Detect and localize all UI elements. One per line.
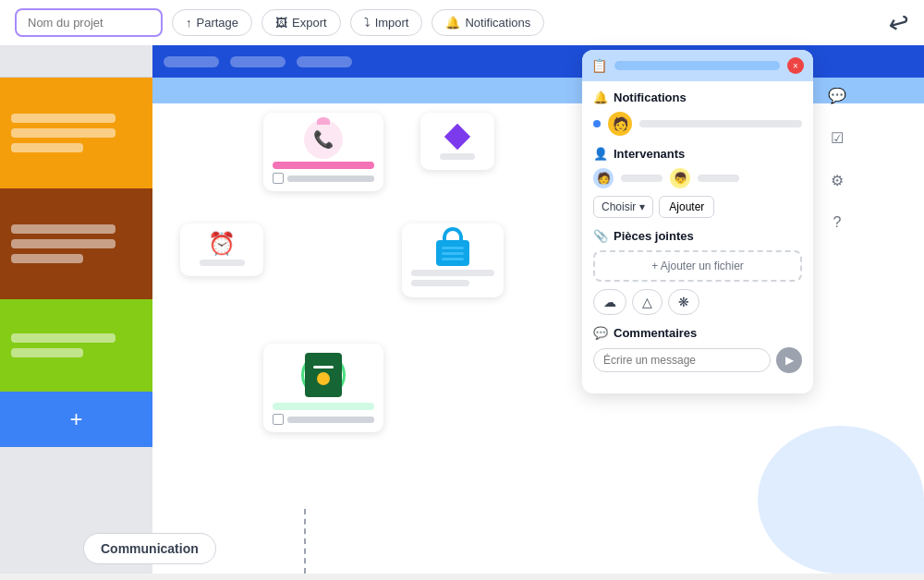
sidebar-bar-5: [11, 239, 116, 248]
gear-mini-icon[interactable]: ⚙: [824, 167, 850, 193]
image-icon: 🖼: [275, 16, 287, 30]
sidebar-add-row[interactable]: +: [0, 392, 152, 447]
lock-line-2: [442, 252, 464, 255]
intervenants-section: 👤 Intervenants 🧑 👦 Choisir ▾ Ajouter: [593, 147, 802, 218]
kanban-header-dot-3: [297, 56, 352, 67]
diamond-label-bar: [440, 153, 475, 160]
phone-icon-container: 📞: [304, 120, 343, 159]
sidebar-row-brown[interactable]: [0, 188, 152, 299]
upload-icon: ↑: [186, 16, 192, 30]
lock-lines: [442, 247, 464, 260]
intervenants-row: 🧑 👦: [593, 168, 802, 188]
sidebar-header: [0, 45, 152, 78]
main-area: + 📞: [0, 45, 924, 574]
avatar-intervenant-1: 🧑: [593, 168, 614, 188]
check-mini-icon[interactable]: ☑: [824, 125, 850, 151]
send-icon: ▶: [785, 354, 794, 367]
timer-label-bar: [287, 417, 374, 423]
intervenants-title: 👤 Intervenants: [593, 147, 802, 161]
bell-icon: 🔔: [445, 16, 460, 30]
export-button[interactable]: 🖼 Export: [261, 9, 341, 36]
question-mini-icon[interactable]: ?: [824, 210, 850, 236]
card-pink-bar: [273, 162, 374, 169]
sidebar-bar-8: [11, 348, 83, 357]
sidebar-bar-7: [11, 333, 116, 343]
add-icon[interactable]: +: [69, 406, 82, 432]
panel-header-bar: [614, 61, 780, 70]
kanban-header-dot-2: [230, 56, 286, 67]
panel-notes-icon: 📋: [591, 58, 607, 73]
commentaires-section: 💬 Commentaires ▶: [593, 326, 802, 373]
sketch-arrow-decoration: ↩: [884, 6, 913, 41]
card-label-bar: [287, 175, 374, 182]
sidebar-bar-4: [11, 224, 116, 234]
ajouter-button[interactable]: Ajouter: [659, 196, 714, 218]
bell-icon: 🔔: [593, 91, 608, 104]
alarm-icon: ⏰: [189, 231, 254, 257]
dashed-vertical-line: [304, 509, 306, 574]
lock-icon-wrap: [411, 231, 494, 266]
sidebar: +: [0, 45, 152, 574]
partage-button[interactable]: ↑ Partage: [172, 9, 252, 36]
notifications-button[interactable]: 🔔 Notifications: [432, 9, 544, 36]
lock-body: [436, 240, 469, 266]
cloud-button[interactable]: ☁: [593, 289, 626, 315]
mini-sidebar: 💬 ☑ ⚙ ?: [824, 82, 850, 236]
alarm-label-bar: [200, 260, 245, 266]
comment-input-row: ▶: [593, 347, 802, 373]
card-checkbox[interactable]: [273, 173, 284, 184]
avatar-circle: 🧑: [608, 112, 632, 136]
card-checkbox-row: [273, 173, 374, 184]
card-phone[interactable]: 📞: [263, 113, 383, 191]
card-timer[interactable]: [263, 344, 383, 432]
sidebar-bar-1: [11, 114, 116, 123]
add-file-button[interactable]: + Ajouter un fichier: [593, 250, 802, 282]
lock-line-1: [442, 247, 464, 249]
notifications-section: 🔔 Notifications 🧑: [593, 91, 802, 136]
import-button[interactable]: ⤵ Import: [350, 9, 423, 36]
panel-close-button[interactable]: ×: [787, 57, 804, 74]
notif-bar: [639, 120, 802, 127]
timer-circle: [317, 372, 330, 385]
card-alarm[interactable]: ⏰: [180, 224, 263, 276]
lock-bar-2: [411, 280, 469, 286]
toolbar: ↑ Partage 🖼 Export ⤵ Import 🔔 Notificati…: [0, 0, 924, 45]
pieces-jointes-section: 📎 Pièces jointes + Ajouter un fichier ☁ …: [593, 229, 802, 315]
kanban-header-dot-1: [164, 56, 219, 67]
lock-bar-1: [411, 270, 494, 276]
person-icon: 👤: [593, 147, 608, 161]
chevron-down-icon: ▾: [639, 200, 645, 213]
decorative-blob: [758, 426, 924, 574]
avatar-intervenant-2: 👦: [670, 168, 690, 188]
choisir-select[interactable]: Choisir ▾: [593, 196, 653, 218]
pieces-jointes-title: 📎 Pièces jointes: [593, 229, 802, 243]
phone-icon-wrap: 📞: [273, 120, 374, 159]
choisir-row: Choisir ▾ Ajouter: [593, 196, 802, 218]
notif-dot: [593, 120, 601, 127]
comment-icon: 💬: [593, 326, 608, 340]
phone-icon: 📞: [313, 129, 334, 150]
sidebar-row-green[interactable]: [0, 299, 152, 392]
commentaires-title: 💬 Commentaires: [593, 326, 802, 340]
communication-label: Communication: [83, 533, 216, 564]
comment-input[interactable]: [593, 348, 771, 372]
card-diamond[interactable]: [420, 113, 494, 170]
timer-bar-1: [273, 403, 374, 410]
paperclip-icon: 📎: [593, 229, 608, 243]
timer-line-1: [313, 366, 334, 369]
right-panel: 📋 × 🔔 Notifications 🧑: [582, 50, 813, 393]
timer-icon-wrap: [273, 351, 374, 399]
project-name-input[interactable]: [15, 8, 163, 37]
chat-mini-icon[interactable]: 💬: [824, 82, 850, 108]
interv-bar-1: [621, 175, 663, 182]
sidebar-bar-6: [11, 254, 83, 263]
dropbox-button[interactable]: ❋: [668, 289, 699, 315]
sidebar-bar-3: [11, 143, 83, 152]
lock-line-3: [442, 258, 464, 260]
card-lock[interactable]: [402, 224, 504, 297]
sidebar-row-orange[interactable]: [0, 78, 152, 188]
drive-button[interactable]: △: [632, 289, 663, 315]
import-icon: ⤵: [364, 16, 371, 30]
send-button[interactable]: ▶: [776, 347, 802, 373]
timer-checkbox[interactable]: [273, 414, 284, 425]
